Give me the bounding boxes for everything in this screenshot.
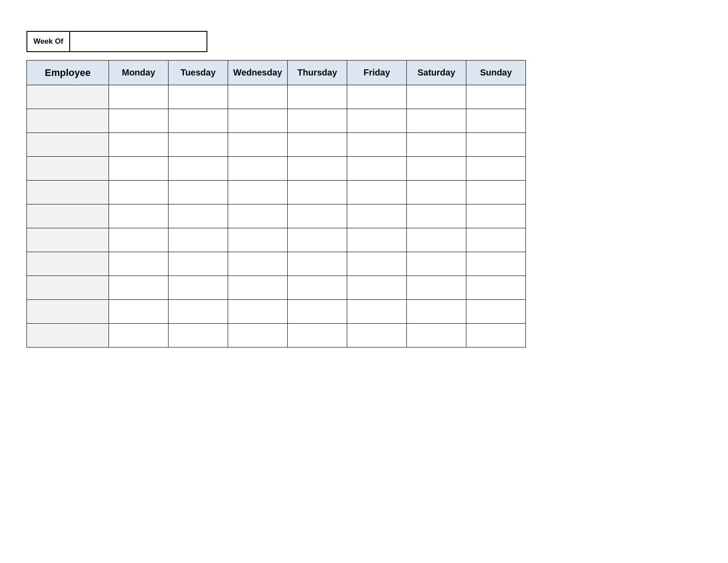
- day-cell[interactable]: [109, 204, 169, 228]
- day-cell[interactable]: [288, 300, 347, 324]
- day-cell[interactable]: [466, 133, 526, 157]
- day-cell[interactable]: [169, 324, 228, 348]
- day-cell[interactable]: [407, 109, 466, 133]
- day-cell[interactable]: [347, 204, 407, 228]
- employee-cell[interactable]: [27, 252, 109, 276]
- header-row: Employee Monday Tuesday Wednesday Thursd…: [27, 60, 526, 85]
- day-cell[interactable]: [466, 181, 526, 204]
- day-cell[interactable]: [288, 109, 347, 133]
- day-cell[interactable]: [109, 252, 169, 276]
- day-cell[interactable]: [347, 324, 407, 348]
- day-cell[interactable]: [109, 157, 169, 181]
- day-cell[interactable]: [288, 276, 347, 300]
- day-cell[interactable]: [466, 228, 526, 252]
- day-cell[interactable]: [109, 109, 169, 133]
- day-cell[interactable]: [228, 324, 288, 348]
- day-cell[interactable]: [466, 276, 526, 300]
- employee-cell[interactable]: [27, 324, 109, 348]
- table-row: [27, 276, 526, 300]
- day-cell[interactable]: [466, 85, 526, 109]
- day-cell[interactable]: [466, 300, 526, 324]
- day-cell[interactable]: [466, 324, 526, 348]
- day-cell[interactable]: [407, 228, 466, 252]
- day-cell[interactable]: [228, 85, 288, 109]
- day-cell[interactable]: [407, 252, 466, 276]
- employee-cell[interactable]: [27, 204, 109, 228]
- employee-cell[interactable]: [27, 181, 109, 204]
- employee-cell[interactable]: [27, 276, 109, 300]
- day-cell[interactable]: [228, 228, 288, 252]
- day-cell[interactable]: [347, 228, 407, 252]
- day-cell[interactable]: [288, 228, 347, 252]
- day-cell[interactable]: [228, 204, 288, 228]
- day-cell[interactable]: [288, 133, 347, 157]
- day-cell[interactable]: [466, 252, 526, 276]
- day-cell[interactable]: [169, 181, 228, 204]
- table-row: [27, 252, 526, 276]
- day-cell[interactable]: [466, 204, 526, 228]
- day-cell[interactable]: [169, 228, 228, 252]
- day-cell[interactable]: [109, 85, 169, 109]
- day-cell[interactable]: [407, 324, 466, 348]
- day-cell[interactable]: [347, 85, 407, 109]
- day-cell[interactable]: [169, 109, 228, 133]
- page: Week Of Employee Monday Tuesday Wednesda…: [0, 0, 728, 563]
- table-row: [27, 228, 526, 252]
- col-employee: Employee: [27, 60, 109, 85]
- day-cell[interactable]: [109, 276, 169, 300]
- day-cell[interactable]: [228, 300, 288, 324]
- day-cell[interactable]: [347, 109, 407, 133]
- day-cell[interactable]: [228, 252, 288, 276]
- day-cell[interactable]: [347, 181, 407, 204]
- day-cell[interactable]: [228, 133, 288, 157]
- day-cell[interactable]: [407, 85, 466, 109]
- day-cell[interactable]: [169, 133, 228, 157]
- day-cell[interactable]: [288, 181, 347, 204]
- day-cell[interactable]: [466, 109, 526, 133]
- day-cell[interactable]: [347, 300, 407, 324]
- day-cell[interactable]: [169, 252, 228, 276]
- day-cell[interactable]: [169, 204, 228, 228]
- week-of-value[interactable]: [70, 32, 206, 51]
- day-cell[interactable]: [347, 157, 407, 181]
- day-cell[interactable]: [347, 252, 407, 276]
- employee-cell[interactable]: [27, 133, 109, 157]
- day-cell[interactable]: [228, 157, 288, 181]
- table-row: [27, 204, 526, 228]
- day-cell[interactable]: [407, 181, 466, 204]
- day-cell[interactable]: [288, 324, 347, 348]
- day-cell[interactable]: [288, 85, 347, 109]
- employee-cell[interactable]: [27, 300, 109, 324]
- day-cell[interactable]: [407, 300, 466, 324]
- week-of-label: Week Of: [27, 32, 70, 51]
- day-cell[interactable]: [228, 109, 288, 133]
- employee-cell[interactable]: [27, 85, 109, 109]
- day-cell[interactable]: [109, 133, 169, 157]
- day-cell[interactable]: [109, 300, 169, 324]
- day-cell[interactable]: [347, 133, 407, 157]
- day-cell[interactable]: [169, 276, 228, 300]
- day-cell[interactable]: [169, 300, 228, 324]
- employee-cell[interactable]: [27, 228, 109, 252]
- day-cell[interactable]: [288, 252, 347, 276]
- col-sunday: Sunday: [466, 60, 526, 85]
- day-cell[interactable]: [407, 276, 466, 300]
- day-cell[interactable]: [228, 181, 288, 204]
- day-cell[interactable]: [288, 157, 347, 181]
- day-cell[interactable]: [109, 181, 169, 204]
- day-cell[interactable]: [169, 157, 228, 181]
- day-cell[interactable]: [347, 276, 407, 300]
- day-cell[interactable]: [228, 276, 288, 300]
- day-cell[interactable]: [288, 204, 347, 228]
- employee-cell[interactable]: [27, 157, 109, 181]
- day-cell[interactable]: [407, 157, 466, 181]
- day-cell[interactable]: [466, 157, 526, 181]
- day-cell[interactable]: [407, 133, 466, 157]
- day-cell[interactable]: [109, 324, 169, 348]
- employee-cell[interactable]: [27, 109, 109, 133]
- day-cell[interactable]: [109, 228, 169, 252]
- day-cell[interactable]: [169, 85, 228, 109]
- day-cell[interactable]: [407, 204, 466, 228]
- table-row: [27, 109, 526, 133]
- col-thursday: Thursday: [288, 60, 347, 85]
